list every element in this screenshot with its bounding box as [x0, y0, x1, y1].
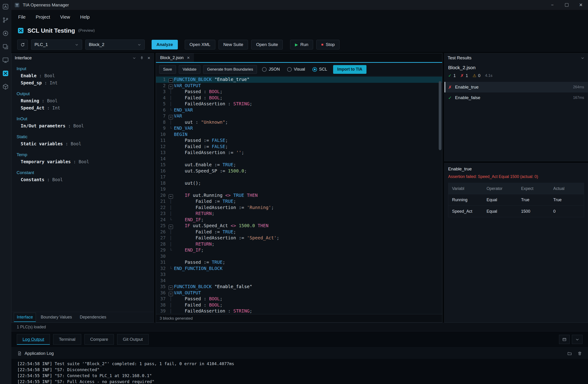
tab-terminal[interactable]: Terminal: [53, 334, 81, 345]
test-row[interactable]: ✓Enable_false167ms: [444, 92, 588, 103]
tab-interface[interactable]: Interface: [14, 313, 36, 322]
code-line[interactable]: 9└END_VAR: [156, 125, 442, 132]
run-button[interactable]: ▶ Run: [290, 40, 313, 49]
code-line[interactable]: 34: [156, 278, 442, 284]
record-icon[interactable]: [2, 29, 9, 37]
code-line[interactable]: 30: [156, 253, 442, 260]
menu-item-project[interactable]: Project: [31, 12, 55, 22]
code-line[interactable]: 38│ Failed : BOOL;: [156, 302, 442, 308]
code-line[interactable]: 28│ RETURN;: [156, 241, 442, 247]
code-line[interactable]: 26│ Failed := TRUE;: [156, 229, 442, 235]
import-to-tia-button[interactable]: Import to TIA: [333, 65, 366, 74]
fold-marker[interactable]: −: [168, 113, 174, 119]
code-line[interactable]: 17: [156, 174, 442, 180]
code-editor[interactable]: 1−FUNCTION_BLOCK "Enable_true"2−VAR_OUTP…: [156, 76, 442, 314]
code-line[interactable]: 13 FailedAssertion := '';: [156, 150, 442, 156]
code-line[interactable]: 2−VAR_OUTPUT: [156, 83, 442, 89]
code-line[interactable]: 3│ Passed : BOOL;: [156, 89, 442, 95]
close-panel-icon[interactable]: ✕: [147, 56, 150, 60]
code-line[interactable]: 5│ FailedAssertion : STRING;: [156, 101, 442, 107]
open-suite-button[interactable]: Open Suite: [251, 40, 283, 49]
mode-scl[interactable]: SCL: [312, 67, 327, 72]
interface-item[interactable]: Constants : Bool: [12, 176, 154, 183]
new-suite-button[interactable]: New Suite: [219, 40, 248, 49]
code-line[interactable]: 32└END_FUNCTION_BLOCK: [156, 265, 442, 272]
scl-testing-icon[interactable]: [2, 69, 9, 77]
tab-log-output[interactable]: Log Output: [17, 334, 50, 345]
fold-marker[interactable]: −: [168, 83, 174, 89]
code-line[interactable]: 12 Failed := FALSE;: [156, 144, 442, 150]
code-line[interactable]: 25− IF uut.Speed_Act <> 1500.0 THEN: [156, 223, 442, 229]
code-line[interactable]: 21│ Failed := TRUE;: [156, 199, 442, 205]
interface-item[interactable]: Speed_sp : Int: [12, 79, 154, 86]
close-window-icon[interactable]: ✕: [574, 0, 588, 10]
table-row[interactable]: RunningEqualTrueTrue: [448, 194, 584, 205]
fold-marker[interactable]: −: [168, 223, 174, 229]
code-line[interactable]: 16 uut.Speed_SP := 1500.0;: [156, 168, 442, 174]
code-line[interactable]: 7−VAR: [156, 113, 442, 119]
plc-select[interactable]: PLC_1: [31, 40, 82, 50]
code-line[interactable]: 27│ FailedAssertion := 'Speed_Act';: [156, 235, 442, 241]
pin-icon[interactable]: [140, 56, 144, 60]
fold-marker[interactable]: −: [168, 290, 174, 296]
minimize-icon[interactable]: −: [545, 0, 560, 10]
code-line[interactable]: 14: [156, 156, 442, 162]
code-line[interactable]: 19: [156, 186, 442, 192]
code-line[interactable]: 1−FUNCTION_BLOCK "Enable_true": [156, 77, 442, 83]
mode-json[interactable]: JSON: [262, 67, 280, 72]
save-button[interactable]: Save: [159, 65, 176, 74]
code-line[interactable]: 31 Passed := TRUE;: [156, 259, 442, 265]
app-logo-icon[interactable]: [2, 3, 9, 11]
fold-marker[interactable]: −: [168, 284, 174, 290]
folder-icon[interactable]: [567, 351, 572, 356]
interface-item[interactable]: Running : Bool: [12, 97, 154, 104]
maximize-icon[interactable]: [560, 0, 574, 10]
interface-item[interactable]: Static variables : Bool: [12, 140, 154, 147]
interface-item[interactable]: In/Out parameters : Bool: [12, 122, 154, 129]
test-row[interactable]: ✗Enable_true264ms: [444, 82, 588, 92]
validate-button[interactable]: Validate: [179, 65, 200, 74]
code-line[interactable]: 24└ END_IF;: [156, 217, 442, 223]
interface-item[interactable]: Enable : Bool: [12, 72, 154, 79]
collapse-bottom-panel-button[interactable]: [572, 335, 583, 344]
interface-item[interactable]: Speed_Act : Int: [12, 104, 154, 112]
mode-visual[interactable]: Visual: [287, 67, 305, 72]
menu-item-view[interactable]: View: [55, 12, 75, 22]
collapse-panel-icon[interactable]: [132, 56, 136, 60]
menu-item-help[interactable]: Help: [75, 12, 95, 22]
generate-from-boundaries-button[interactable]: Generate from Boundaries: [203, 65, 257, 74]
analyze-button[interactable]: Analyze: [152, 40, 178, 49]
code-line[interactable]: 15 uut.Enable := TRUE;: [156, 162, 442, 168]
open-xml-button[interactable]: Open XML: [185, 40, 215, 49]
code-line[interactable]: 20− IF uut.Running <> TRUE THEN: [156, 192, 442, 199]
code-line[interactable]: 35−FUNCTION_BLOCK "Enable_false": [156, 284, 442, 290]
code-line[interactable]: 22│ FailedAssertion := 'Running';: [156, 205, 442, 211]
table-row[interactable]: Speed_ActEqual15000: [448, 205, 584, 217]
layers-icon[interactable]: [2, 43, 9, 51]
code-line[interactable]: 11 Passed := FALSE;: [156, 138, 442, 144]
code-line[interactable]: 37│ Passed : BOOL;: [156, 296, 442, 302]
code-line[interactable]: 29└ END_IF;: [156, 247, 442, 253]
code-line[interactable]: 4│ Failed : BOOL;: [156, 95, 442, 101]
close-tab-icon[interactable]: ✕: [187, 56, 190, 60]
stop-button[interactable]: ■ Stop: [316, 40, 339, 49]
code-line[interactable]: 33: [156, 272, 442, 278]
code-line[interactable]: 36−VAR_OUTPUT: [156, 290, 442, 296]
collapse-results-icon[interactable]: [581, 56, 585, 60]
code-line[interactable]: 10 BEGIN: [156, 132, 442, 138]
editor-scrollbar[interactable]: [439, 81, 441, 150]
code-line[interactable]: 6└END_VAR: [156, 107, 442, 113]
tab-git-output[interactable]: Git Output: [117, 334, 149, 345]
interface-item[interactable]: Temporary variables : Bool: [12, 158, 154, 165]
menu-item-file[interactable]: File: [13, 12, 31, 22]
maximize-panel-button[interactable]: [559, 335, 570, 344]
block-select[interactable]: Block_2: [85, 40, 145, 50]
fold-marker[interactable]: −: [168, 192, 174, 199]
package-icon[interactable]: [2, 83, 9, 91]
tab-dependencies[interactable]: Dependencies: [77, 313, 109, 322]
editor-tab-block2[interactable]: Block_2.json ✕: [156, 53, 194, 62]
fold-marker[interactable]: −: [168, 77, 174, 83]
code-line[interactable]: 8│ uut : "Unknown";: [156, 119, 442, 125]
code-line[interactable]: 39│ FailedAssertion : STRING;: [156, 308, 442, 314]
monitor-icon[interactable]: [2, 56, 9, 64]
